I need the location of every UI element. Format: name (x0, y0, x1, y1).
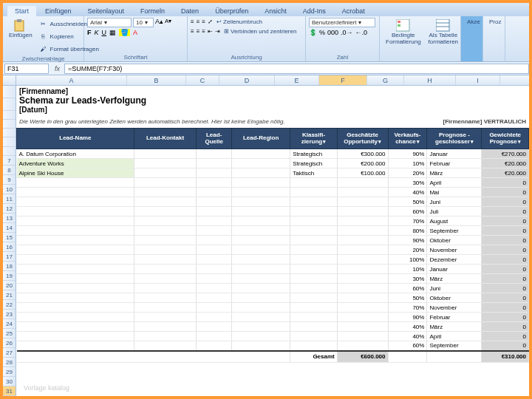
table-row[interactable]: 30%März0 (17, 274, 529, 284)
paste-button[interactable]: Einfügen (6, 18, 35, 41)
filter-icon[interactable]: ▾ (471, 139, 474, 144)
row-header-22[interactable]: 22 (3, 300, 16, 310)
accept-button[interactable]: Akze (464, 18, 483, 27)
currency-icon[interactable]: 💲 (309, 29, 317, 36)
table-row[interactable]: 50%Juni0 (17, 197, 529, 207)
filter-icon[interactable]: ▾ (378, 139, 381, 144)
cells-area[interactable]: [Firmenname] Schema zur Leads-Verfolgung… (16, 86, 529, 396)
row-header-12[interactable]: 12 (3, 204, 16, 214)
table-row[interactable]: 60%Juli0 (17, 207, 529, 216)
proz-button[interactable]: Proz (486, 18, 504, 27)
table-header[interactable]: Lead-Quelle (197, 129, 232, 149)
col-header-C[interactable]: C (186, 75, 219, 85)
indent-inc-icon[interactable]: ⇥ (215, 28, 220, 35)
row-header-8[interactable]: 8 (3, 166, 16, 175)
table-row[interactable]: 20%November0 (17, 245, 529, 255)
row-header-11[interactable]: 11 (3, 194, 16, 204)
row-header-30[interactable]: 30 (3, 377, 16, 386)
table-row[interactable]: 40%März0 (17, 322, 529, 332)
conditional-format-button[interactable]: Bedingte Formatierung (383, 18, 424, 47)
align-middle-icon[interactable]: ≡ (197, 18, 200, 25)
orientation-icon[interactable]: ⤢ (208, 18, 213, 25)
row-header-27[interactable]: 27 (3, 348, 16, 358)
table-row[interactable]: Adventure WorksStrategisch€200.00010%Feb… (17, 159, 529, 168)
table-header[interactable]: Geschätzte Opportunity▾ (337, 129, 388, 149)
col-header-A[interactable]: A (16, 75, 127, 85)
tab-einfügen[interactable]: Einfügen (38, 6, 79, 16)
fx-icon[interactable]: fx (50, 65, 64, 72)
align-top-icon[interactable]: ≡ (191, 18, 194, 25)
filter-icon[interactable]: ▾ (417, 139, 420, 144)
row-header-9[interactable]: 9 (3, 175, 16, 185)
table-row[interactable]: 40%April0 (17, 332, 529, 341)
dec-decimal-icon[interactable]: ←.0 (355, 29, 368, 36)
name-box[interactable]: F31 (4, 64, 49, 74)
bold-button[interactable]: F (87, 29, 92, 36)
table-header[interactable]: Lead-Kontakt (134, 129, 197, 149)
indent-dec-icon[interactable]: ⇤ (208, 28, 213, 35)
row-header-21[interactable]: 21 (3, 290, 16, 300)
wrap-text-button[interactable]: ↩Zeilenumbruch (215, 18, 264, 26)
row-header-17[interactable]: 17 (3, 252, 16, 262)
table-row[interactable]: 40%Mai0 (17, 188, 529, 197)
table-row[interactable]: 90%Oktober0 (17, 236, 529, 245)
table-row[interactable]: 100%Dezember0 (17, 255, 529, 265)
col-header-I[interactable]: I (456, 75, 500, 85)
inc-decimal-icon[interactable]: .0→ (341, 29, 353, 36)
font-size-dropdown[interactable]: 10▾ (133, 18, 154, 27)
col-header-H[interactable]: H (404, 75, 456, 85)
row-header-20[interactable]: 20 (3, 281, 16, 290)
row-header-24[interactable]: 24 (3, 319, 16, 329)
row-header-31[interactable]: 31 (3, 386, 16, 396)
row-header-7[interactable]: 7 (3, 156, 16, 166)
col-header-E[interactable]: E (275, 75, 319, 85)
table-row[interactable]: A. Datum CorporationStrategisch€300.0009… (17, 149, 529, 159)
col-header-G[interactable]: G (367, 75, 404, 85)
border-button[interactable]: ▦ (109, 29, 116, 36)
font-name-dropdown[interactable]: Arial▾ (87, 18, 132, 27)
tab-ansicht[interactable]: Ansicht (257, 6, 294, 16)
row-header-29[interactable]: 29 (3, 367, 16, 377)
col-header-D[interactable]: D (219, 75, 275, 85)
row-header-10[interactable]: 10 (3, 185, 16, 194)
table-header[interactable]: Gewichtete Prognose▾ (482, 129, 529, 149)
row-header-15[interactable]: 15 (3, 233, 16, 242)
filter-icon[interactable]: ▾ (323, 139, 326, 144)
row-header-18[interactable]: 18 (3, 262, 16, 271)
row-header-25[interactable]: 25 (3, 329, 16, 338)
table-row[interactable]: 90%Februar0 (17, 313, 529, 322)
row-header-13[interactable]: 13 (3, 214, 16, 223)
row-header-16[interactable]: 16 (3, 242, 16, 252)
font-color-button[interactable]: A (133, 29, 137, 36)
underline-button[interactable]: U (102, 29, 107, 36)
align-center-icon[interactable]: ≡ (197, 28, 200, 35)
row-header-14[interactable]: 14 (3, 223, 16, 233)
table-row[interactable]: 70%November0 (17, 303, 529, 313)
merge-button[interactable]: ⊞Verbinden und zentrieren (222, 27, 298, 35)
table-row[interactable]: 10%Januar0 (17, 265, 529, 274)
fill-color-button[interactable]: 🪣 (119, 29, 130, 36)
number-format-dropdown[interactable]: Benutzerdefiniert▾ (309, 18, 375, 27)
col-header-B[interactable]: B (127, 75, 186, 85)
table-row[interactable]: 60%September0 (17, 341, 529, 351)
tab-add-ins[interactable]: Add-Ins (296, 6, 333, 16)
row-header-19[interactable]: 19 (3, 271, 16, 281)
row-header-28[interactable]: 28 (3, 358, 16, 367)
filter-icon[interactable]: ▾ (518, 139, 521, 144)
grow-font-icon[interactable]: A▴ (155, 18, 163, 27)
formula-input[interactable]: =SUMME(F7:F30) (64, 64, 529, 74)
format-as-table-button[interactable]: Als Tabelle formatieren (426, 18, 461, 47)
table-row[interactable]: 50%Oktober0 (17, 293, 529, 303)
table-header[interactable]: Prognose - geschlosser▾ (427, 129, 482, 149)
col-header-F[interactable]: F (319, 75, 367, 85)
tab-acrobat[interactable]: Acrobat (335, 6, 372, 16)
table-row[interactable]: 80%September0 (17, 226, 529, 236)
tab-formeln[interactable]: Formeln (133, 6, 172, 16)
tab-start[interactable]: Start (7, 6, 36, 16)
table-row[interactable]: 30%April0 (17, 178, 529, 188)
shrink-font-icon[interactable]: A▾ (165, 18, 171, 27)
percent-icon[interactable]: % (319, 29, 325, 36)
align-right-icon[interactable]: ≡ (202, 28, 205, 35)
table-header[interactable]: Klassifi-zierung▾ (290, 129, 337, 149)
row-header-23[interactable]: 23 (3, 310, 16, 319)
